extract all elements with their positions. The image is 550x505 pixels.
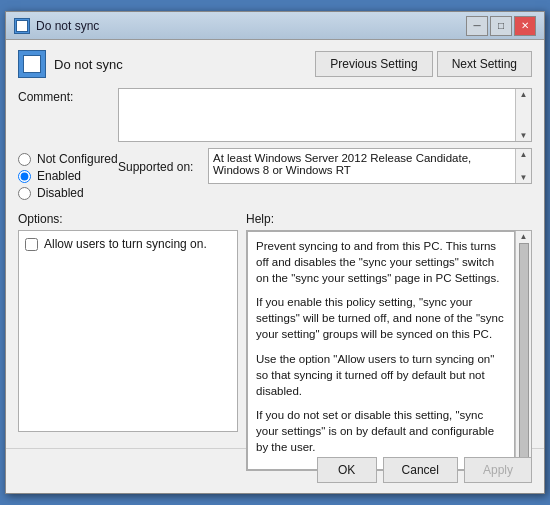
radio-enabled-input[interactable] <box>18 170 31 183</box>
supported-scrollbar[interactable]: ▲ ▼ <box>515 149 531 183</box>
supported-value: At least Windows Server 2012 Release Can… <box>209 149 515 183</box>
help-panel: Help: Prevent syncing to and from this P… <box>246 212 532 432</box>
maximize-button[interactable]: □ <box>490 16 512 36</box>
radio-section: Not Configured Enabled Disabled <box>18 152 118 200</box>
help-para-4: If you do not set or disable this settin… <box>256 407 506 455</box>
options-box: Allow users to turn syncing on. <box>18 230 238 432</box>
supported-scroll-up: ▲ <box>520 150 528 159</box>
dialog-content: Do not sync Previous Setting Next Settin… <box>6 40 544 442</box>
allow-syncing-checkbox[interactable]: Allow users to turn syncing on. <box>25 237 231 251</box>
radio-not-configured-label: Not Configured <box>37 152 118 166</box>
help-para-2: If you enable this policy setting, "sync… <box>256 294 506 342</box>
scroll-down-arrow: ▼ <box>520 131 528 140</box>
radio-not-configured[interactable]: Not Configured <box>18 152 118 166</box>
help-scroll-up: ▲ <box>520 232 528 241</box>
help-title: Help: <box>246 212 532 226</box>
radio-disabled-label: Disabled <box>37 186 84 200</box>
nav-buttons: Previous Setting Next Setting <box>315 51 532 77</box>
previous-setting-button[interactable]: Previous Setting <box>315 51 432 77</box>
window-icon <box>14 18 30 34</box>
title-bar: Do not sync ─ □ ✕ <box>6 12 544 40</box>
allow-syncing-input[interactable] <box>25 238 38 251</box>
radio-not-configured-input[interactable] <box>18 153 31 166</box>
scroll-up-arrow: ▲ <box>520 90 528 99</box>
supported-row: Supported on: At least Windows Server 20… <box>118 148 532 184</box>
comment-label: Comment: <box>18 88 118 104</box>
options-panel: Options: Allow users to turn syncing on. <box>18 212 238 432</box>
help-text: Prevent syncing to and from this PC. Thi… <box>247 231 515 470</box>
main-window: Do not sync ─ □ ✕ Do not sync Previous S… <box>5 11 545 494</box>
allow-syncing-label: Allow users to turn syncing on. <box>44 237 207 251</box>
options-title: Options: <box>18 212 238 226</box>
help-para-3: Use the option "Allow users to turn sync… <box>256 351 506 399</box>
minimize-button[interactable]: ─ <box>466 16 488 36</box>
radio-disabled-input[interactable] <box>18 187 31 200</box>
comment-textarea[interactable] <box>119 89 515 141</box>
window-title: Do not sync <box>36 19 466 33</box>
radio-supported-row: Not Configured Enabled Disabled Supporte… <box>18 148 532 206</box>
help-para-1: Prevent syncing to and from this PC. Thi… <box>256 238 506 286</box>
supported-box: At least Windows Server 2012 Release Can… <box>208 148 532 184</box>
comment-row: Comment: ▲ ▼ <box>18 88 532 142</box>
setting-title: Do not sync <box>54 57 315 72</box>
apply-button[interactable]: Apply <box>464 457 532 483</box>
setting-icon <box>18 50 46 78</box>
radio-enabled[interactable]: Enabled <box>18 169 118 183</box>
setting-icon-inner <box>23 55 41 73</box>
ok-button[interactable]: OK <box>317 457 377 483</box>
radio-disabled[interactable]: Disabled <box>18 186 118 200</box>
supported-scroll-down: ▼ <box>520 173 528 182</box>
help-scroll-thumb[interactable] <box>519 243 529 458</box>
help-container: Prevent syncing to and from this PC. Thi… <box>246 230 532 471</box>
options-help-row: Options: Allow users to turn syncing on.… <box>18 212 532 432</box>
supported-column: Supported on: At least Windows Server 20… <box>118 148 532 187</box>
radio-group: Not Configured Enabled Disabled <box>18 152 118 200</box>
next-setting-button[interactable]: Next Setting <box>437 51 532 77</box>
comment-scrollbar[interactable]: ▲ ▼ <box>515 89 531 141</box>
close-button[interactable]: ✕ <box>514 16 536 36</box>
supported-label: Supported on: <box>118 158 208 174</box>
radio-enabled-label: Enabled <box>37 169 81 183</box>
cancel-button[interactable]: Cancel <box>383 457 458 483</box>
help-scrollbar[interactable]: ▲ ▼ <box>515 231 531 470</box>
header-row: Do not sync Previous Setting Next Settin… <box>18 50 532 78</box>
title-bar-buttons: ─ □ ✕ <box>466 16 536 36</box>
